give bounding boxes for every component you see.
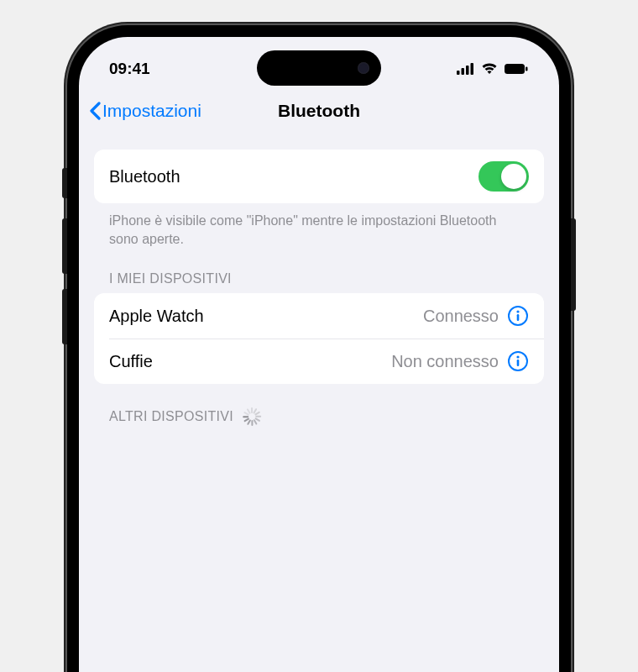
content-area: Bluetooth iPhone è visibile come "iPhone…: [79, 133, 559, 433]
svg-rect-11: [517, 360, 520, 366]
svg-rect-1: [462, 68, 465, 75]
device-status: Non connesso: [391, 352, 499, 371]
cellular-icon: [457, 63, 475, 75]
bluetooth-toggle[interactable]: [478, 161, 529, 192]
wifi-icon: [481, 63, 498, 75]
page-title: Bluetooth: [278, 101, 360, 121]
device-name: Cuffie: [109, 352, 153, 371]
svg-rect-2: [466, 66, 469, 75]
spinner-icon: [242, 407, 260, 426]
info-icon[interactable]: [507, 305, 529, 327]
navigation-bar: Impostazioni Bluetooth: [79, 89, 559, 133]
visibility-note: iPhone è visibile come "iPhone" mentre l…: [94, 203, 544, 248]
svg-point-7: [516, 311, 519, 313]
device-row[interactable]: Apple Watch Connesso: [94, 293, 544, 339]
my-devices-list: Apple Watch Connesso Cuffie Non connesso: [94, 293, 544, 384]
svg-point-10: [516, 356, 519, 359]
svg-rect-0: [457, 71, 460, 75]
hardware-button-power: [571, 218, 576, 311]
svg-rect-3: [471, 63, 474, 75]
bluetooth-toggle-group: Bluetooth: [94, 150, 544, 203]
svg-rect-5: [526, 67, 528, 71]
other-devices-header: ALTRI DISPOSITIVI: [94, 384, 544, 433]
back-button[interactable]: Impostazioni: [89, 101, 201, 121]
device-status: Connesso: [423, 307, 499, 326]
svg-rect-8: [517, 314, 520, 321]
back-label: Impostazioni: [102, 101, 201, 121]
screen: 09:41: [79, 37, 559, 672]
battery-icon: [504, 63, 529, 75]
hardware-buttons-left: [62, 168, 67, 360]
device-name: Apple Watch: [109, 307, 204, 326]
toggle-knob: [501, 164, 526, 189]
chevron-left-icon: [89, 102, 101, 120]
my-devices-header: I MIEI DISPOSITIVI: [94, 248, 544, 293]
other-devices-label: ALTRI DISPOSITIVI: [109, 409, 233, 424]
device-row[interactable]: Cuffie Non connesso: [94, 339, 544, 384]
status-time: 09:41: [109, 60, 150, 78]
bluetooth-toggle-row: Bluetooth: [94, 150, 544, 203]
info-icon[interactable]: [507, 350, 529, 372]
front-camera: [358, 62, 369, 74]
bluetooth-toggle-label: Bluetooth: [109, 167, 180, 186]
phone-frame: 09:41: [67, 25, 571, 672]
dynamic-island: [257, 50, 381, 86]
svg-rect-4: [505, 64, 525, 74]
